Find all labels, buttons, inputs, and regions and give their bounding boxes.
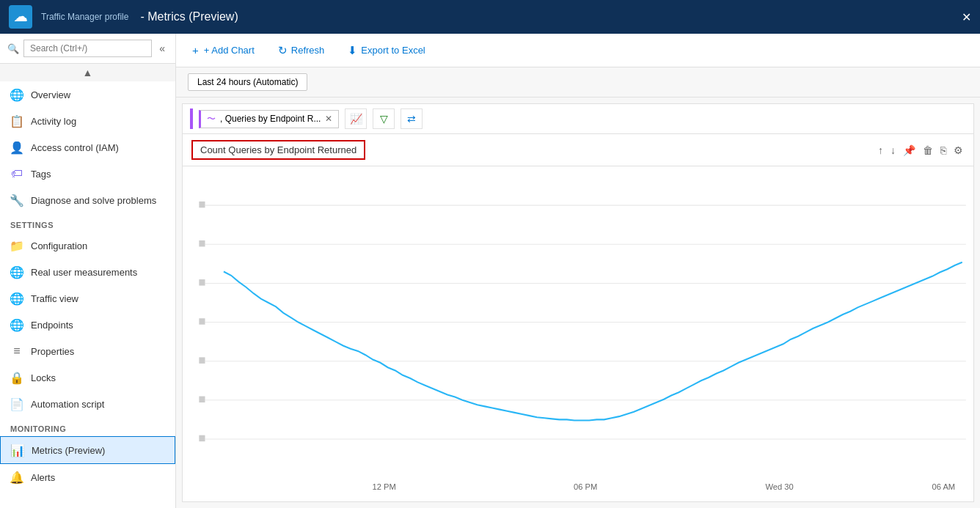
sidebar-item-overview[interactable]: 🌐 Overview: [0, 81, 175, 108]
svg-rect-13: [199, 435, 205, 442]
sidebar-item-access-control[interactable]: 👤 Access control (IAM): [0, 134, 175, 161]
delete-chart-button[interactable]: 🗑: [921, 143, 935, 158]
sidebar-item-properties[interactable]: ≡ Properties: [0, 338, 175, 364]
page-title: - Metrics (Preview): [140, 10, 238, 23]
refresh-icon: ↻: [278, 44, 288, 57]
chart-legend-tag: 〜 , Queries by Endpoint R... ✕: [199, 110, 339, 128]
chart-left-indicator: [190, 108, 193, 129]
locks-icon: 🔒: [10, 371, 23, 384]
access-control-icon: 👤: [10, 141, 23, 154]
sidebar: 🔍 « ▲ 🌐 Overview 📋 Activity log 👤 Access…: [0, 34, 176, 508]
legend-close-button[interactable]: ✕: [325, 114, 332, 124]
configuration-icon: 📁: [10, 239, 23, 252]
x-label-wed30: Wed 30: [765, 482, 793, 491]
move-up-button[interactable]: ↑: [877, 143, 885, 158]
time-filter-button[interactable]: Last 24 hours (Automatic): [188, 73, 307, 91]
collapse-sidebar-button[interactable]: «: [156, 41, 168, 56]
legend-line-icon: 〜: [207, 113, 216, 125]
sidebar-item-activity-log[interactable]: 📋 Activity log: [0, 108, 175, 134]
export-button[interactable]: ⬇ Export to Excel: [343, 41, 429, 60]
chart-title: Count Queries by Endpoint Returned: [191, 140, 365, 160]
real-user-icon: 🌐: [10, 265, 23, 279]
filter-button[interactable]: ▽: [373, 108, 395, 129]
sidebar-item-automation[interactable]: 📄 Automation script: [0, 391, 175, 417]
line-chart-icon: 📈: [350, 113, 362, 125]
add-chart-label: + Add Chart: [204, 45, 255, 56]
split-icon: ⇄: [407, 113, 416, 125]
export-icon: ⬇: [348, 44, 357, 57]
sidebar-item-label: Traffic view: [31, 293, 78, 304]
sidebar-item-label: Access control (IAM): [31, 142, 119, 153]
app-subtitle: Traffic Manager profile: [41, 12, 128, 22]
sidebar-item-label: Locks: [31, 372, 56, 383]
svg-rect-12: [199, 397, 205, 403]
x-label-6am: 06 AM: [932, 482, 955, 491]
search-icon: 🔍: [7, 43, 19, 54]
svg-rect-10: [199, 318, 205, 325]
pin-button[interactable]: 📌: [902, 143, 917, 158]
svg-rect-8: [199, 240, 205, 247]
svg-rect-11: [199, 357, 205, 364]
metrics-icon: 📊: [11, 443, 24, 457]
logo-icon: ☁: [14, 9, 27, 25]
properties-icon: ≡: [10, 345, 23, 358]
chart-title-actions: ↑ ↓ 📌 🗑 ⎘ ⚙: [877, 143, 965, 158]
export-label: Export to Excel: [361, 45, 425, 56]
sidebar-item-diagnose[interactable]: 🔧 Diagnose and solve problems: [0, 187, 175, 213]
chart-legend-toolbar: 〜 , Queries by Endpoint R... ✕ 📈 ▽ ⇄: [183, 104, 973, 134]
time-filter-label: Last 24 hours (Automatic): [197, 77, 298, 87]
time-filter-bar: Last 24 hours (Automatic): [176, 67, 980, 97]
split-button[interactable]: ⇄: [401, 108, 423, 129]
line-chart-toggle-button[interactable]: 📈: [345, 108, 367, 129]
sidebar-scroll: ▲ 🌐 Overview 📋 Activity log 👤 Access con…: [0, 64, 175, 508]
svg-rect-7: [199, 202, 205, 208]
sidebar-item-label: Real user measurements: [31, 267, 137, 278]
refresh-button[interactable]: ↻ Refresh: [274, 41, 329, 60]
settings-chart-button[interactable]: ⚙: [952, 143, 965, 158]
sidebar-item-real-user[interactable]: 🌐 Real user measurements: [0, 259, 175, 285]
refresh-label: Refresh: [291, 45, 325, 56]
monitoring-section-header: MONITORING: [0, 417, 175, 436]
x-label-6pm: 06 PM: [574, 482, 597, 491]
top-bar: ☁ Traffic Manager profile - Metrics (Pre…: [0, 0, 980, 34]
move-down-button[interactable]: ↓: [889, 143, 897, 158]
settings-section-header: SETTINGS: [0, 213, 175, 232]
sidebar-item-label: Properties: [31, 346, 74, 357]
chart-title-bar: Count Queries by Endpoint Returned ↑ ↓ 📌…: [183, 134, 973, 166]
sidebar-search-bar: 🔍 «: [0, 34, 175, 64]
clone-chart-button[interactable]: ⎘: [939, 143, 948, 158]
scroll-up-icon[interactable]: ▲: [83, 67, 93, 78]
chart-line: [224, 262, 962, 421]
legend-tag-text: , Queries by Endpoint R...: [220, 114, 321, 124]
content-area: + + Add Chart ↻ Refresh ⬇ Export to Exce…: [176, 34, 980, 508]
sidebar-item-label: Overview: [31, 89, 70, 100]
sidebar-item-label: Diagnose and solve problems: [31, 195, 156, 206]
search-input[interactable]: [23, 40, 152, 57]
sidebar-item-alerts[interactable]: 🔔 Alerts: [0, 464, 175, 490]
chart-container: 〜 , Queries by Endpoint R... ✕ 📈 ▽ ⇄ Cou…: [182, 103, 974, 502]
sidebar-item-label: Automation script: [31, 399, 104, 410]
chart-svg-area: 12 PM 06 PM Wed 30 06 AM: [183, 166, 973, 501]
sidebar-item-label: Tags: [31, 169, 51, 180]
activity-log-icon: 📋: [10, 114, 23, 128]
sidebar-item-label: Activity log: [31, 116, 76, 127]
sidebar-item-endpoints[interactable]: 🌐 Endpoints: [0, 312, 175, 338]
metrics-toolbar: + + Add Chart ↻ Refresh ⬇ Export to Exce…: [176, 34, 980, 67]
diagnose-icon: 🔧: [10, 194, 23, 207]
close-button[interactable]: ✕: [962, 10, 971, 24]
overview-icon: 🌐: [10, 88, 23, 101]
sidebar-item-label: Alerts: [31, 472, 55, 483]
add-chart-button[interactable]: + + Add Chart: [188, 41, 259, 59]
sidebar-item-traffic-view[interactable]: 🌐 Traffic view: [0, 285, 175, 312]
chart-svg: 12 PM 06 PM Wed 30 06 AM: [183, 166, 973, 501]
filter-icon: ▽: [380, 113, 388, 125]
traffic-view-icon: 🌐: [10, 292, 23, 305]
sidebar-item-configuration[interactable]: 📁 Configuration: [0, 232, 175, 259]
sidebar-item-tags[interactable]: 🏷 Tags: [0, 161, 175, 187]
endpoints-icon: 🌐: [10, 318, 23, 331]
automation-icon: 📄: [10, 397, 23, 411]
sidebar-item-locks[interactable]: 🔒 Locks: [0, 364, 175, 391]
alerts-icon: 🔔: [10, 471, 23, 484]
app-logo: ☁: [9, 5, 32, 29]
sidebar-item-metrics[interactable]: 📊 Metrics (Preview): [0, 436, 175, 464]
